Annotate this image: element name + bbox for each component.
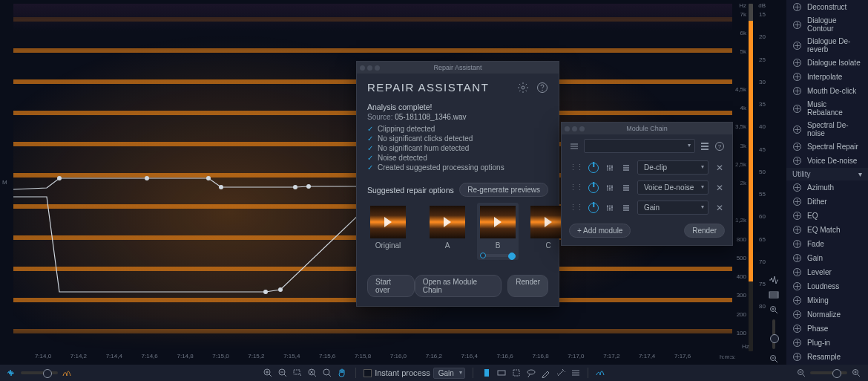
db-tick: 65: [759, 235, 766, 242]
zoom-reset-icon[interactable]: [321, 367, 333, 379]
azimuth-icon: [792, 183, 802, 192]
zoom-out-h-icon[interactable]: [795, 367, 807, 379]
sidebar-category-utility[interactable]: Utility▾: [786, 168, 868, 180]
render-button[interactable]: Render: [507, 275, 548, 297]
freq-select-tool-icon[interactable]: [496, 367, 507, 379]
contour-tool-icon[interactable]: [594, 367, 606, 379]
zoom-out-icon[interactable]: [277, 367, 289, 379]
menu-icon[interactable]: [700, 141, 710, 152]
instant-process-select[interactable]: Gain: [433, 368, 465, 379]
start-over-button[interactable]: Start over: [367, 275, 415, 297]
remove-module-icon[interactable]: ✕: [714, 203, 725, 213]
window-controls[interactable]: [360, 65, 380, 71]
drag-handle-icon[interactable]: ⋮⋮: [569, 163, 582, 172]
sidebar-item-dialogue-contour[interactable]: Dialogue Contour: [786, 14, 868, 35]
harmonic-select-icon[interactable]: [570, 367, 582, 379]
module-menu-icon[interactable]: [621, 163, 631, 173]
sidebar-item-dialogue-isolate[interactable]: Dialogue Isolate: [786, 56, 868, 70]
power-toggle-icon[interactable]: [588, 183, 599, 193]
module-select[interactable]: Gain: [637, 201, 708, 215]
sidebar-item-mouth-de-click[interactable]: Mouth De-click: [786, 84, 868, 98]
module-settings-icon[interactable]: [605, 163, 615, 173]
repair-option-a[interactable]: A: [427, 203, 468, 260]
module-settings-icon[interactable]: [605, 183, 615, 193]
sidebar-item-interpolate[interactable]: Interpolate: [786, 70, 868, 84]
zoom-fit-icon[interactable]: [306, 367, 318, 379]
svg-rect-98: [498, 371, 505, 375]
module-menu-icon[interactable]: [621, 183, 631, 193]
sidebar-item-azimuth[interactable]: Azimuth: [786, 180, 868, 195]
list-view-icon[interactable]: [569, 141, 579, 152]
spectrogram-mode-icon[interactable]: [61, 367, 73, 379]
waveform-toggle-icon[interactable]: [769, 275, 779, 285]
vertical-zoom-slider[interactable]: [772, 319, 775, 349]
sidebar-item-spectral-repair[interactable]: Spectral Repair: [786, 140, 868, 154]
chain-help-icon[interactable]: ?: [714, 141, 725, 152]
zoom-in-h-icon[interactable]: [850, 367, 862, 379]
svg-point-3: [219, 185, 223, 189]
sidebar-item-fade[interactable]: Fade: [786, 237, 868, 251]
sidebar-item-music-rebalance[interactable]: Music Rebalance: [786, 98, 868, 119]
zoom-in-v-icon[interactable]: [769, 305, 779, 315]
add-module-button[interactable]: + Add module: [569, 224, 631, 238]
db-tick: 35: [759, 101, 766, 108]
sidebar-item-gain[interactable]: Gain: [786, 251, 868, 265]
gear-icon[interactable]: [517, 82, 529, 94]
view-blend-slider[interactable]: [21, 371, 58, 374]
contour-icon: [792, 20, 802, 30]
sidebar-item-spectral-de-noise[interactable]: Spectral De-noise: [786, 119, 868, 140]
zoom-in-icon[interactable]: [262, 367, 274, 379]
check-icon: ✓: [367, 144, 373, 152]
sidebar-item-dialogue-de-reverb[interactable]: Dialogue De-reverb: [786, 35, 868, 56]
repair-option-original[interactable]: Original: [367, 203, 409, 260]
sidebar-item-eq[interactable]: EQ: [786, 209, 868, 223]
chain-window-controls[interactable]: [565, 126, 585, 131]
sidebar-item-leveler[interactable]: Leveler: [786, 265, 868, 279]
open-as-module-chain-button[interactable]: Open as Module Chain: [415, 275, 502, 297]
tf-select-tool-icon[interactable]: [510, 367, 522, 379]
remove-module-icon[interactable]: ✕: [714, 183, 725, 193]
sidebar-item-plug-in[interactable]: Plug-in: [786, 336, 868, 350]
help-icon[interactable]: [536, 82, 548, 94]
preset-select[interactable]: [584, 139, 695, 153]
module-select[interactable]: Voice De-noise: [637, 180, 708, 195]
brush-tool-icon[interactable]: [540, 367, 552, 379]
module-select[interactable]: De-clip: [637, 160, 708, 175]
chain-render-button[interactable]: Render: [684, 224, 725, 238]
hand-tool-icon[interactable]: [336, 367, 348, 379]
drag-handle-icon[interactable]: ⋮⋮: [569, 203, 582, 212]
sidebar-item-phase[interactable]: Phase: [786, 322, 868, 336]
module-settings-icon[interactable]: [605, 203, 615, 213]
sidebar-item-deconstruct[interactable]: Deconstruct: [786, 0, 868, 14]
wand-tool-icon[interactable]: [555, 367, 567, 379]
sidebar-item-loudness[interactable]: Loudness: [786, 279, 868, 293]
remove-module-icon[interactable]: ✕: [714, 163, 725, 173]
time-tick: 7:15,2: [248, 353, 264, 359]
intensity-slider[interactable]: [480, 254, 516, 257]
power-toggle-icon[interactable]: [588, 163, 599, 173]
db-tick: 80: [759, 303, 766, 310]
detection-row: ✓Noise detected: [367, 153, 548, 163]
lasso-tool-icon[interactable]: [525, 367, 537, 379]
time-select-tool-icon[interactable]: [481, 367, 493, 379]
sidebar-item-dither[interactable]: Dither: [786, 195, 868, 209]
regenerate-previews-button[interactable]: Re-generate previews: [459, 183, 548, 197]
zoom-out-v-icon[interactable]: [769, 354, 779, 364]
repair-option-b[interactable]: B: [477, 203, 519, 260]
instant-process-checkbox[interactable]: [364, 369, 372, 377]
sidebar-item-resample[interactable]: Resample: [786, 350, 868, 364]
dialog-titlebar[interactable]: Repair Assistant: [357, 62, 559, 74]
spectrogram-toggle-icon[interactable]: [769, 290, 779, 300]
horizontal-zoom-slider[interactable]: [810, 371, 847, 374]
module-menu-icon[interactable]: [621, 203, 631, 213]
waveform-mode-icon[interactable]: [6, 367, 18, 379]
chain-titlebar[interactable]: Module Chain: [562, 123, 732, 134]
drag-handle-icon[interactable]: ⋮⋮: [569, 183, 582, 192]
power-toggle-icon[interactable]: [588, 203, 599, 213]
sidebar-item-normalize[interactable]: Normalize: [786, 307, 868, 322]
eqmatch-icon: [792, 225, 802, 235]
sidebar-item-voice-de-noise[interactable]: Voice De-noise: [786, 154, 868, 168]
sidebar-item-eq-match[interactable]: EQ Match: [786, 223, 868, 237]
sidebar-item-mixing[interactable]: Mixing: [786, 293, 868, 307]
zoom-selection-icon[interactable]: [292, 367, 303, 379]
